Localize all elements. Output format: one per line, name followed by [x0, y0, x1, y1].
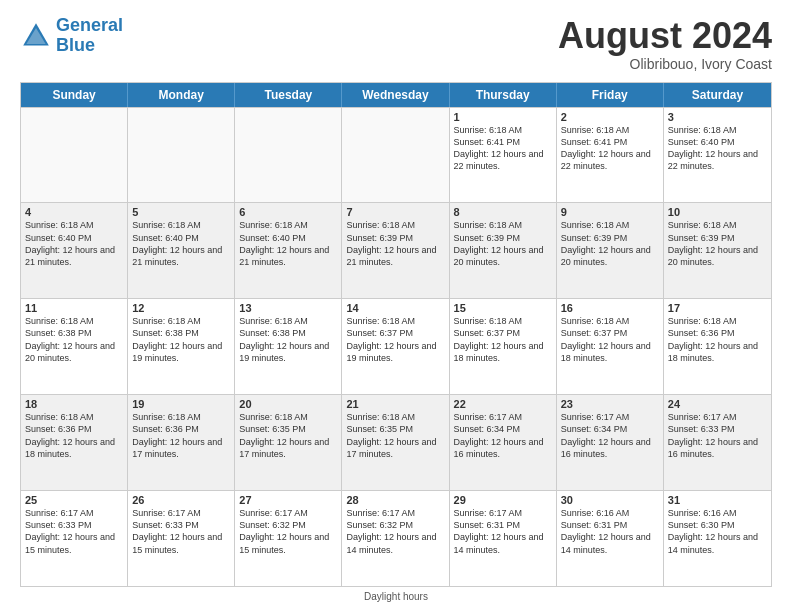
- day-number: 31: [668, 494, 767, 506]
- day-info: Sunrise: 6:18 AM Sunset: 6:37 PM Dayligh…: [346, 315, 444, 364]
- day-info: Sunrise: 6:17 AM Sunset: 6:33 PM Dayligh…: [668, 411, 767, 460]
- day-info: Sunrise: 6:18 AM Sunset: 6:38 PM Dayligh…: [132, 315, 230, 364]
- day-info: Sunrise: 6:16 AM Sunset: 6:31 PM Dayligh…: [561, 507, 659, 556]
- day-header-monday: Monday: [128, 83, 235, 107]
- day-cell-14: 14Sunrise: 6:18 AM Sunset: 6:37 PM Dayli…: [342, 299, 449, 394]
- day-number: 13: [239, 302, 337, 314]
- day-info: Sunrise: 6:17 AM Sunset: 6:33 PM Dayligh…: [25, 507, 123, 556]
- day-cell-19: 19Sunrise: 6:18 AM Sunset: 6:36 PM Dayli…: [128, 395, 235, 490]
- day-info: Sunrise: 6:18 AM Sunset: 6:40 PM Dayligh…: [25, 219, 123, 268]
- empty-cell: [21, 108, 128, 203]
- logo-text: General Blue: [56, 16, 123, 56]
- month-title: August 2024: [558, 16, 772, 56]
- day-info: Sunrise: 6:18 AM Sunset: 6:40 PM Dayligh…: [132, 219, 230, 268]
- day-number: 18: [25, 398, 123, 410]
- day-info: Sunrise: 6:18 AM Sunset: 6:36 PM Dayligh…: [25, 411, 123, 460]
- day-number: 17: [668, 302, 767, 314]
- day-cell-10: 10Sunrise: 6:18 AM Sunset: 6:39 PM Dayli…: [664, 203, 771, 298]
- day-header-wednesday: Wednesday: [342, 83, 449, 107]
- day-header-tuesday: Tuesday: [235, 83, 342, 107]
- day-number: 29: [454, 494, 552, 506]
- logo-icon: [20, 20, 52, 52]
- day-info: Sunrise: 6:18 AM Sunset: 6:39 PM Dayligh…: [561, 219, 659, 268]
- day-number: 27: [239, 494, 337, 506]
- day-number: 28: [346, 494, 444, 506]
- day-cell-26: 26Sunrise: 6:17 AM Sunset: 6:33 PM Dayli…: [128, 491, 235, 586]
- day-cell-12: 12Sunrise: 6:18 AM Sunset: 6:38 PM Dayli…: [128, 299, 235, 394]
- day-cell-9: 9Sunrise: 6:18 AM Sunset: 6:39 PM Daylig…: [557, 203, 664, 298]
- day-cell-6: 6Sunrise: 6:18 AM Sunset: 6:40 PM Daylig…: [235, 203, 342, 298]
- day-info: Sunrise: 6:18 AM Sunset: 6:41 PM Dayligh…: [454, 124, 552, 173]
- day-info: Sunrise: 6:17 AM Sunset: 6:32 PM Dayligh…: [346, 507, 444, 556]
- day-cell-1: 1Sunrise: 6:18 AM Sunset: 6:41 PM Daylig…: [450, 108, 557, 203]
- day-info: Sunrise: 6:18 AM Sunset: 6:40 PM Dayligh…: [239, 219, 337, 268]
- day-info: Sunrise: 6:18 AM Sunset: 6:39 PM Dayligh…: [346, 219, 444, 268]
- day-info: Sunrise: 6:18 AM Sunset: 6:37 PM Dayligh…: [561, 315, 659, 364]
- day-info: Sunrise: 6:17 AM Sunset: 6:31 PM Dayligh…: [454, 507, 552, 556]
- day-cell-11: 11Sunrise: 6:18 AM Sunset: 6:38 PM Dayli…: [21, 299, 128, 394]
- day-number: 14: [346, 302, 444, 314]
- day-cell-24: 24Sunrise: 6:17 AM Sunset: 6:33 PM Dayli…: [664, 395, 771, 490]
- day-number: 25: [25, 494, 123, 506]
- day-info: Sunrise: 6:18 AM Sunset: 6:36 PM Dayligh…: [668, 315, 767, 364]
- day-info: Sunrise: 6:16 AM Sunset: 6:30 PM Dayligh…: [668, 507, 767, 556]
- page: General Blue August 2024 Olibribouo, Ivo…: [0, 0, 792, 612]
- day-number: 5: [132, 206, 230, 218]
- day-cell-3: 3Sunrise: 6:18 AM Sunset: 6:40 PM Daylig…: [664, 108, 771, 203]
- day-info: Sunrise: 6:18 AM Sunset: 6:36 PM Dayligh…: [132, 411, 230, 460]
- day-cell-18: 18Sunrise: 6:18 AM Sunset: 6:36 PM Dayli…: [21, 395, 128, 490]
- day-number: 26: [132, 494, 230, 506]
- day-number: 11: [25, 302, 123, 314]
- day-number: 10: [668, 206, 767, 218]
- day-cell-28: 28Sunrise: 6:17 AM Sunset: 6:32 PM Dayli…: [342, 491, 449, 586]
- week-row-4: 18Sunrise: 6:18 AM Sunset: 6:36 PM Dayli…: [21, 394, 771, 490]
- day-info: Sunrise: 6:18 AM Sunset: 6:35 PM Dayligh…: [239, 411, 337, 460]
- day-number: 1: [454, 111, 552, 123]
- day-cell-25: 25Sunrise: 6:17 AM Sunset: 6:33 PM Dayli…: [21, 491, 128, 586]
- day-number: 2: [561, 111, 659, 123]
- day-info: Sunrise: 6:18 AM Sunset: 6:39 PM Dayligh…: [454, 219, 552, 268]
- day-cell-15: 15Sunrise: 6:18 AM Sunset: 6:37 PM Dayli…: [450, 299, 557, 394]
- logo-general: General: [56, 15, 123, 35]
- day-cell-8: 8Sunrise: 6:18 AM Sunset: 6:39 PM Daylig…: [450, 203, 557, 298]
- day-info: Sunrise: 6:18 AM Sunset: 6:40 PM Dayligh…: [668, 124, 767, 173]
- day-info: Sunrise: 6:18 AM Sunset: 6:41 PM Dayligh…: [561, 124, 659, 173]
- title-block: August 2024 Olibribouo, Ivory Coast: [558, 16, 772, 72]
- day-cell-29: 29Sunrise: 6:17 AM Sunset: 6:31 PM Dayli…: [450, 491, 557, 586]
- day-number: 8: [454, 206, 552, 218]
- day-number: 19: [132, 398, 230, 410]
- day-header-saturday: Saturday: [664, 83, 771, 107]
- empty-cell: [342, 108, 449, 203]
- week-row-2: 4Sunrise: 6:18 AM Sunset: 6:40 PM Daylig…: [21, 202, 771, 298]
- day-header-friday: Friday: [557, 83, 664, 107]
- location-subtitle: Olibribouo, Ivory Coast: [558, 56, 772, 72]
- day-cell-31: 31Sunrise: 6:16 AM Sunset: 6:30 PM Dayli…: [664, 491, 771, 586]
- day-info: Sunrise: 6:18 AM Sunset: 6:38 PM Dayligh…: [239, 315, 337, 364]
- day-info: Sunrise: 6:17 AM Sunset: 6:33 PM Dayligh…: [132, 507, 230, 556]
- week-row-5: 25Sunrise: 6:17 AM Sunset: 6:33 PM Dayli…: [21, 490, 771, 586]
- day-cell-30: 30Sunrise: 6:16 AM Sunset: 6:31 PM Dayli…: [557, 491, 664, 586]
- day-number: 24: [668, 398, 767, 410]
- day-header-thursday: Thursday: [450, 83, 557, 107]
- week-row-1: 1Sunrise: 6:18 AM Sunset: 6:41 PM Daylig…: [21, 107, 771, 203]
- day-cell-27: 27Sunrise: 6:17 AM Sunset: 6:32 PM Dayli…: [235, 491, 342, 586]
- empty-cell: [128, 108, 235, 203]
- header: General Blue August 2024 Olibribouo, Ivo…: [20, 16, 772, 72]
- day-number: 23: [561, 398, 659, 410]
- day-number: 4: [25, 206, 123, 218]
- day-cell-21: 21Sunrise: 6:18 AM Sunset: 6:35 PM Dayli…: [342, 395, 449, 490]
- footer-note: Daylight hours: [20, 591, 772, 602]
- logo-blue: Blue: [56, 35, 95, 55]
- day-info: Sunrise: 6:17 AM Sunset: 6:34 PM Dayligh…: [454, 411, 552, 460]
- day-number: 6: [239, 206, 337, 218]
- day-cell-20: 20Sunrise: 6:18 AM Sunset: 6:35 PM Dayli…: [235, 395, 342, 490]
- day-cell-13: 13Sunrise: 6:18 AM Sunset: 6:38 PM Dayli…: [235, 299, 342, 394]
- day-cell-4: 4Sunrise: 6:18 AM Sunset: 6:40 PM Daylig…: [21, 203, 128, 298]
- day-info: Sunrise: 6:18 AM Sunset: 6:37 PM Dayligh…: [454, 315, 552, 364]
- day-cell-22: 22Sunrise: 6:17 AM Sunset: 6:34 PM Dayli…: [450, 395, 557, 490]
- day-number: 7: [346, 206, 444, 218]
- day-number: 30: [561, 494, 659, 506]
- day-cell-2: 2Sunrise: 6:18 AM Sunset: 6:41 PM Daylig…: [557, 108, 664, 203]
- calendar-body: 1Sunrise: 6:18 AM Sunset: 6:41 PM Daylig…: [21, 107, 771, 586]
- day-info: Sunrise: 6:17 AM Sunset: 6:32 PM Dayligh…: [239, 507, 337, 556]
